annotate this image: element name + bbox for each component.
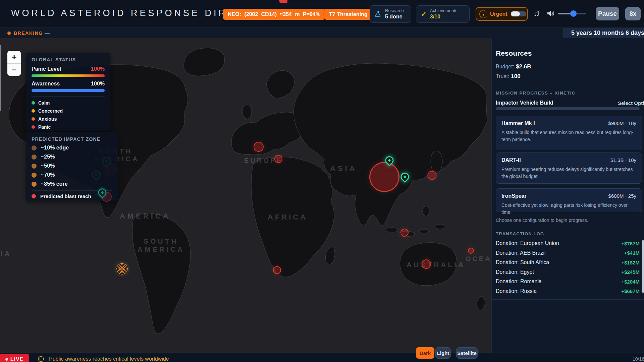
predicted-impact-spiral-marker[interactable] xyxy=(116,263,128,275)
map-style-light-button[interactable]: Light xyxy=(435,347,451,359)
research-label: Research xyxy=(385,8,404,13)
panic-level-value: 100% xyxy=(91,66,105,72)
concerned-dot-icon xyxy=(32,109,35,113)
option-card-dart[interactable]: DART-II $1.3B · 10y Premium engineering … xyxy=(496,153,642,184)
map-label-ocean: OCEAN xyxy=(466,255,491,263)
ring-70-icon xyxy=(32,173,37,178)
option-cost: $900M · 18y xyxy=(608,120,636,126)
transaction-row: Donation: South Africa +$182M xyxy=(496,258,640,267)
select-option-link[interactable]: Select Option xyxy=(618,100,644,106)
log-scrollbar[interactable] xyxy=(642,240,644,293)
clipped-banner-outline xyxy=(287,0,440,3)
impact-circle-australia[interactable] xyxy=(422,259,431,269)
zoom-out-button[interactable]: − xyxy=(7,63,21,76)
map-zoom-control: + − xyxy=(7,51,21,76)
urgent-mode-control[interactable]: Urgent xyxy=(476,7,528,21)
volume-slider-thumb[interactable] xyxy=(570,10,577,17)
panel-divider xyxy=(32,96,105,97)
ring-10-icon xyxy=(32,145,37,150)
achievements-label: Achievements xyxy=(430,8,458,13)
legend-anxious: Anxious xyxy=(38,116,57,122)
map-label-america: AMERICA xyxy=(120,212,171,221)
transaction-row: Donation: Egypt +$245M xyxy=(496,267,640,277)
breaking-dot-icon xyxy=(7,32,11,35)
urgent-toggle[interactable] xyxy=(511,11,526,16)
mission-progress-title: MISSION PROGRESS – KINETIC xyxy=(496,90,640,96)
impact-zone-title: PREDICTED IMPACT ZONE xyxy=(32,136,112,142)
map-style-dark-button[interactable]: Dark xyxy=(416,347,434,359)
option-hint: Choose one configuration to begin progre… xyxy=(496,218,640,223)
map-label-asia: ASIA xyxy=(330,164,357,173)
research-button[interactable]: Research 5 done xyxy=(370,5,411,23)
transaction-row: Donation: AEB Brazil +$41M xyxy=(496,248,640,258)
panic-dot-icon xyxy=(32,125,35,129)
task-progress-bar xyxy=(496,107,640,110)
impact-circle-europe[interactable] xyxy=(254,142,264,152)
world-map[interactable]: NORTHAMERICA AMERICA SOUTHAMERICA EUROPE… xyxy=(0,38,491,353)
option-card-hammer[interactable]: Hammer Mk I $900M · 18y A stable build t… xyxy=(496,116,642,150)
neo-status-badge: NEO: (2002 CD14) ≈354 m P=94% xyxy=(223,9,325,20)
ticker-separator: — xyxy=(45,30,50,36)
achievements-button[interactable]: ✓ Achievements 3/10 xyxy=(416,5,470,23)
live-badge: LIVE xyxy=(0,354,29,362)
impact-circle-pacific[interactable] xyxy=(468,248,474,254)
impact-circle-japan[interactable] xyxy=(428,171,437,180)
anxious-dot-icon xyxy=(32,117,35,121)
globe-icon xyxy=(38,356,44,362)
legend-calm: Calm xyxy=(38,100,50,106)
calm-dot-icon xyxy=(32,101,35,105)
impact-circle-china-major[interactable] xyxy=(369,162,399,192)
ring-10-label: ~10% edge xyxy=(41,145,69,151)
speed-button[interactable]: 8x xyxy=(625,7,641,20)
live-label: LIVE xyxy=(10,356,24,362)
budget-label: Budget: xyxy=(496,64,514,69)
impact-circle-indonesia[interactable] xyxy=(400,229,409,237)
zoom-in-button[interactable]: + xyxy=(7,51,21,63)
breaking-news-bar: BREAKING — 5 years 10 months 6 days xyxy=(0,27,644,38)
ring-85-label: ~85% core xyxy=(41,181,68,187)
music-icon[interactable]: ♫ xyxy=(533,8,540,18)
transaction-log: Donation: European Union +$767M Donation… xyxy=(496,239,640,296)
news-ticker-bar: LIVE Public awareness reaches critical l… xyxy=(0,353,644,362)
research-count: 5 done xyxy=(385,13,404,20)
budget-row: Budget:$2.6B xyxy=(496,63,640,70)
trust-label: Trust: xyxy=(496,73,509,79)
map-meridian-line xyxy=(0,45,1,111)
option-name: IronSpear xyxy=(501,193,527,199)
panic-level-label: Panic Level xyxy=(32,66,61,72)
sidebar-divider xyxy=(492,299,644,300)
map-style-satellite-button[interactable]: Satellite xyxy=(456,347,478,359)
impact-countdown: 5 years 10 months 6 days xyxy=(564,28,644,38)
clipped-alert-fragment xyxy=(279,0,287,3)
threat-level-badge: T7 Threatening xyxy=(324,9,372,20)
trust-value: 100 xyxy=(511,73,520,79)
ring-50-icon xyxy=(32,164,37,169)
resources-title: Resources xyxy=(496,49,640,57)
map-label-australia: AUSTRALIA xyxy=(407,261,465,269)
awareness-label: Awareness xyxy=(32,81,60,87)
speaker-icon[interactable] xyxy=(547,10,555,18)
transaction-row: Donation: European Union +$767M xyxy=(496,239,640,248)
budget-value: $2.6B xyxy=(516,63,531,70)
flask-icon xyxy=(374,10,382,18)
sidebar: Resources Budget:$2.6B Trust:100 MISSION… xyxy=(491,38,644,353)
blast-dot-icon xyxy=(32,194,36,198)
impact-circle-south-africa[interactable] xyxy=(273,266,281,274)
map-label-south-america: SOUTHAMERICA xyxy=(138,237,184,253)
awareness-value: 100% xyxy=(91,81,105,87)
option-card-ironspear[interactable]: IronSpear $600M · 25y Cost-effective yet… xyxy=(496,188,642,212)
transaction-row: Donation: Romania +$204M xyxy=(496,277,640,287)
impact-circle-eastern-europe[interactable] xyxy=(274,155,282,163)
awareness-bar xyxy=(32,89,105,92)
option-name: DART-II xyxy=(501,157,521,163)
option-desc: A stable build that ensures mission read… xyxy=(501,129,636,143)
pause-button[interactable]: Pause xyxy=(596,7,619,20)
option-name: Hammer Mk I xyxy=(501,120,535,126)
flame-icon xyxy=(479,10,487,18)
blast-label: Predicted blast reach xyxy=(40,193,91,199)
ring-25-icon xyxy=(32,155,37,160)
global-status-title: GLOBAL STATUS xyxy=(32,57,105,62)
trust-row: Trust:100 xyxy=(496,73,640,80)
ring-70-label: ~70% xyxy=(41,172,55,178)
option-desc: Cost-effective yet slow; aging parts ris… xyxy=(501,202,636,216)
